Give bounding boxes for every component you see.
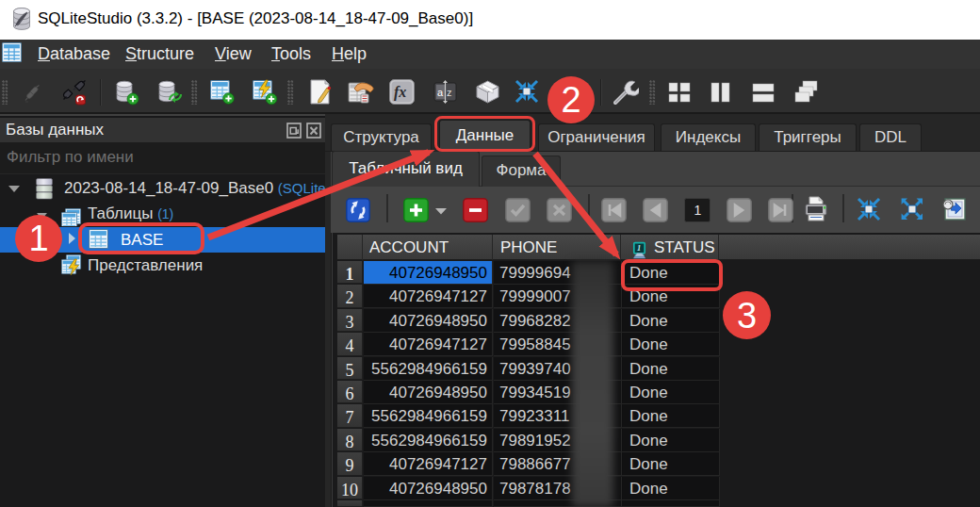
- svg-text:1: 1: [694, 203, 702, 218]
- svg-text:z: z: [447, 87, 452, 98]
- svg-text:a: a: [437, 87, 444, 98]
- svg-text:fx: fx: [394, 84, 406, 101]
- svg-text:1: 1: [637, 243, 641, 253]
